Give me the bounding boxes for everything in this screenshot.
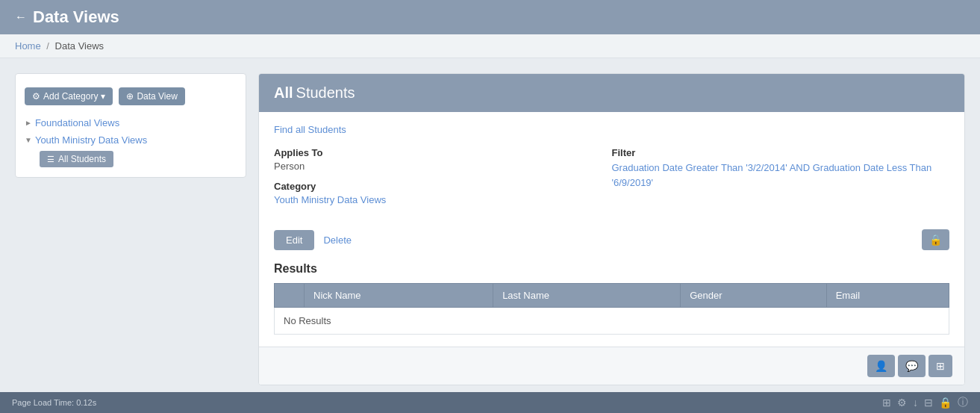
- content-panel-title: AllStudents: [274, 84, 949, 102]
- add-category-button[interactable]: ⚙ Add Category ▾: [25, 87, 113, 105]
- add-data-view-button[interactable]: ⊕ Data View: [119, 87, 184, 105]
- edit-button[interactable]: Edit: [274, 230, 314, 250]
- status-bar-icons: ⊞ ⚙ ↓ ⊟ 🔒 ⓘ: [882, 396, 968, 400]
- expand-arrow-icon: ►: [25, 119, 32, 127]
- info-status-icon[interactable]: ⓘ: [958, 396, 968, 400]
- sidebar-tree: ► Foundational Views ▼ Youth Ministry Da…: [16, 114, 246, 170]
- main-content: ⚙ Add Category ▾ ⊕ Data View ► Foundatio…: [0, 58, 980, 400]
- people-icon: 👤: [875, 360, 887, 372]
- category-label: Category: [274, 181, 612, 192]
- breadcrumb-current: Data Views: [55, 40, 104, 52]
- people-icon-button[interactable]: 👤: [867, 355, 895, 377]
- table-header: Nick Name Last Name Gender Email: [275, 284, 949, 308]
- lock-status-icon[interactable]: 🔒: [939, 397, 952, 400]
- results-title: Results: [274, 262, 949, 276]
- no-results-cell: No Results: [275, 308, 949, 335]
- breadcrumb: Home / Data Views: [0, 34, 980, 58]
- applies-to-section: Applies To Person Category Youth Ministr…: [274, 147, 612, 205]
- applies-to-label: Applies To: [274, 147, 612, 158]
- chat-icon: 💬: [905, 360, 918, 372]
- download-status-icon[interactable]: ↓: [913, 397, 918, 400]
- sidebar-item-youth[interactable]: ▼ Youth Ministry Data Views: [22, 131, 240, 149]
- table-row: No Results: [275, 308, 949, 335]
- filter-value: Graduation Date Greater Than '3/2/2014' …: [612, 161, 950, 190]
- table-col-gender: Gender: [681, 284, 826, 308]
- gear-icon: ⚙: [32, 91, 40, 102]
- lock-button[interactable]: 🔒: [922, 229, 949, 250]
- content-body: Find all Students Applies To Person Cate…: [259, 112, 964, 347]
- status-bar: Page Load Time: 0.12s ⊞ ⚙ ↓ ⊟ 🔒 ⓘ: [0, 392, 980, 400]
- page-header: ← Data Views: [0, 0, 980, 34]
- chat-icon-button[interactable]: 💬: [898, 355, 926, 377]
- table-col-checkbox: [275, 284, 305, 308]
- delete-link[interactable]: Delete: [323, 235, 352, 246]
- gear-status-icon[interactable]: ⚙: [897, 397, 907, 400]
- action-row: Edit Delete 🔒: [274, 229, 949, 250]
- back-button[interactable]: ←: [15, 10, 27, 24]
- category-value-link[interactable]: Youth Ministry Data Views: [274, 194, 386, 205]
- page-load-time: Page Load Time: 0.12s: [12, 398, 96, 400]
- chevron-down-icon: ▾: [101, 91, 105, 102]
- filter-section: Filter Graduation Date Greater Than '3/2…: [612, 147, 950, 205]
- table-body: No Results: [275, 308, 949, 335]
- applies-to-value: Person: [274, 161, 612, 172]
- action-left: Edit Delete: [274, 230, 352, 250]
- breadcrumb-separator: /: [46, 40, 49, 52]
- sidebar-tree-child: ☰ All Students: [22, 149, 240, 170]
- footer-toolbar: 👤 💬 ⊞: [259, 347, 964, 385]
- grid-icon: ⊞: [936, 360, 945, 372]
- content-panel: AllStudents Find all Students Applies To…: [258, 73, 965, 385]
- table-col-lastname: Last Name: [493, 284, 681, 308]
- breadcrumb-home-link[interactable]: Home: [15, 40, 41, 52]
- table-header-row: Nick Name Last Name Gender Email: [275, 284, 949, 308]
- page-title: Data Views: [33, 7, 119, 27]
- sidebar: ⚙ Add Category ▾ ⊕ Data View ► Foundatio…: [15, 73, 246, 178]
- active-nav-item[interactable]: ☰ All Students: [40, 151, 113, 167]
- collapse-arrow-icon: ▼: [25, 136, 32, 144]
- list-icon: ☰: [47, 155, 54, 164]
- sidebar-item-foundational[interactable]: ► Foundational Views: [22, 114, 240, 131]
- table-col-nickname: Nick Name: [305, 284, 493, 308]
- filter-label: Filter: [612, 147, 950, 158]
- grid-icon-button[interactable]: ⊞: [928, 355, 952, 377]
- plus-icon: ⊕: [126, 91, 134, 102]
- grid-status-icon[interactable]: ⊞: [882, 397, 891, 400]
- sidebar-toolbar: ⚙ Add Category ▾ ⊕ Data View: [16, 81, 246, 114]
- lock-icon: 🔒: [929, 234, 942, 246]
- minus-status-icon[interactable]: ⊟: [924, 397, 933, 400]
- table-col-email: Email: [826, 284, 949, 308]
- meta-grid: Applies To Person Category Youth Ministr…: [274, 147, 949, 214]
- results-table: Nick Name Last Name Gender Email No Resu…: [274, 283, 949, 335]
- find-all-students-link[interactable]: Find all Students: [274, 124, 949, 135]
- content-panel-header: AllStudents: [259, 74, 964, 112]
- sidebar-item-all-students[interactable]: ☰ All Students: [37, 149, 240, 170]
